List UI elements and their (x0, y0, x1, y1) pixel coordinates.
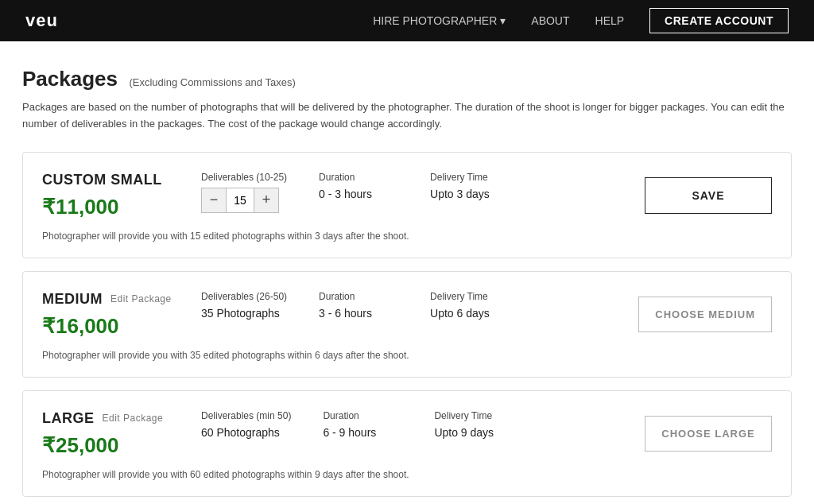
package-price: ₹25,000 (42, 433, 185, 458)
chevron-down-icon: ▾ (500, 14, 506, 27)
delivery-col: Delivery Time Upto 9 days (434, 410, 514, 439)
package-left-medium: MEDIUM Edit Package ₹16,000 (42, 291, 185, 339)
edit-package-link[interactable]: Edit Package (110, 293, 172, 304)
page-header: Packages (Excluding Commissions and Taxe… (22, 67, 792, 133)
create-account-button[interactable]: CREATE ACCOUNT (649, 8, 789, 33)
delivery-time-label: Delivery Time (434, 410, 514, 421)
package-description: Photographer will provide you with 60 ed… (42, 469, 440, 480)
nav-hire-photographer[interactable]: HIRE PHOTOGRAPHER ▾ (373, 14, 506, 27)
page-content: Packages (Excluding Commissions and Taxe… (0, 41, 814, 504)
choose-medium-button[interactable]: CHOOSE MEDIUM (638, 297, 772, 332)
deliverables-label: Deliverables (min 50) (201, 410, 291, 421)
stepper-increment-button[interactable]: + (254, 188, 278, 212)
page-title: Packages (22, 67, 118, 91)
deliverables-stepper: − + (201, 188, 279, 213)
delivery-col: Delivery Time Upto 6 days (430, 291, 510, 320)
deliverables-value: 60 Photographs (201, 426, 291, 439)
stepper-value-input[interactable] (226, 188, 254, 212)
package-description: Photographer will provide you with 35 ed… (42, 350, 440, 361)
nav-links: HIRE PHOTOGRAPHER ▾ ABOUT HELP CREATE AC… (373, 8, 789, 33)
package-name: LARGE Edit Package (42, 410, 185, 427)
package-card-custom-small: CUSTOM SMALL ₹11,000 Deliverables (10-25… (22, 152, 792, 258)
edit-package-link[interactable]: Edit Package (103, 413, 164, 424)
logo: veu (25, 10, 58, 31)
duration-col: Duration 6 - 9 hours (323, 410, 402, 439)
page-description: Packages are based on the number of phot… (22, 99, 792, 133)
delivery-time-value: Upto 9 days (434, 426, 514, 439)
delivery-time-label: Delivery Time (430, 291, 510, 302)
page-subtitle: (Excluding Commissions and Taxes) (129, 76, 295, 88)
deliverables-label: Deliverables (10-25) (201, 172, 287, 183)
package-action: CHOOSE LARGE (629, 416, 772, 452)
duration-label: Duration (323, 410, 402, 421)
package-card-medium: MEDIUM Edit Package ₹16,000 Deliverables… (22, 271, 792, 378)
save-button[interactable]: SAVE (645, 177, 772, 214)
package-price: ₹16,000 (42, 314, 185, 339)
package-left-custom-small: CUSTOM SMALL ₹11,000 (42, 172, 185, 219)
navbar: veu HIRE PHOTOGRAPHER ▾ ABOUT HELP CREAT… (0, 0, 814, 41)
package-name: CUSTOM SMALL (42, 172, 185, 188)
package-card-large: LARGE Edit Package ₹25,000 Deliverables … (22, 390, 792, 497)
nav-about[interactable]: ABOUT (531, 14, 569, 27)
choose-large-button[interactable]: CHOOSE LARGE (645, 416, 772, 452)
package-details: Deliverables (10-25) − + Duration 0 - 3 … (185, 172, 629, 213)
package-name: MEDIUM Edit Package (42, 291, 185, 308)
deliverables-value: 35 Photographs (201, 307, 287, 320)
delivery-time-value: Upto 3 days (430, 188, 510, 200)
duration-value: 0 - 3 hours (319, 188, 398, 200)
duration-col: Duration 3 - 6 hours (319, 291, 398, 320)
package-left-large: LARGE Edit Package ₹25,000 (42, 410, 185, 458)
duration-label: Duration (319, 172, 398, 183)
deliverables-col: Deliverables (min 50) 60 Photographs (201, 410, 291, 439)
delivery-time-label: Delivery Time (430, 172, 510, 183)
package-action: CHOOSE MEDIUM (622, 297, 772, 332)
package-description: Photographer will provide you with 15 ed… (42, 231, 440, 242)
packages-list: CUSTOM SMALL ₹11,000 Deliverables (10-25… (22, 152, 792, 497)
deliverables-label: Deliverables (26-50) (201, 291, 287, 302)
deliverables-col: Deliverables (26-50) 35 Photographs (201, 291, 287, 320)
duration-label: Duration (319, 291, 398, 302)
stepper-decrement-button[interactable]: − (202, 188, 226, 212)
delivery-col: Delivery Time Upto 3 days (430, 172, 510, 200)
nav-help[interactable]: HELP (595, 14, 625, 27)
duration-value: 3 - 6 hours (319, 307, 398, 320)
delivery-time-value: Upto 6 days (430, 307, 510, 320)
package-details: Deliverables (min 50) 60 Photographs Dur… (185, 410, 629, 439)
duration-value: 6 - 9 hours (323, 426, 402, 439)
duration-col: Duration 0 - 3 hours (319, 172, 398, 200)
package-action: SAVE (629, 177, 772, 214)
package-price: ₹11,000 (42, 195, 185, 219)
deliverables-col: Deliverables (10-25) − + (201, 172, 287, 213)
package-details: Deliverables (26-50) 35 Photographs Dura… (185, 291, 622, 320)
